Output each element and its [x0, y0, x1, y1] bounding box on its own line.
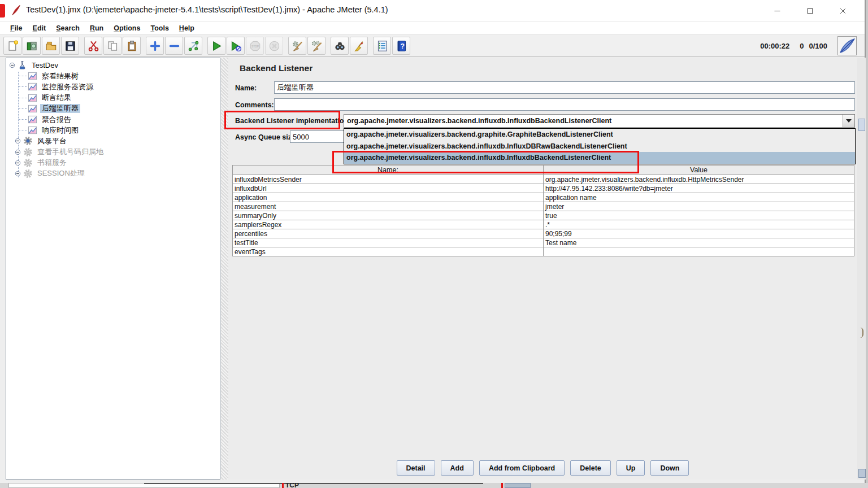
table-row[interactable]: influxdbMetricsSenderorg.apache.jmeter.v…: [233, 175, 854, 184]
table-row[interactable]: applicationapplication name: [233, 193, 854, 202]
background-fragment: [282, 483, 284, 488]
tree-item-响应时间图[interactable]: 响应时间图: [6, 125, 220, 136]
elapsed-time: 00:00:22: [760, 42, 789, 50]
up-button[interactable]: Up: [617, 460, 645, 476]
expand-icon[interactable]: [146, 37, 164, 55]
table-cell[interactable]: Test name: [544, 238, 854, 247]
table-cell[interactable]: percentiles: [233, 229, 544, 238]
async-queue-input[interactable]: [290, 130, 346, 143]
vertical-splitter[interactable]: [221, 58, 228, 480]
tree-collapse-handle-icon[interactable]: [15, 160, 21, 166]
table-cell[interactable]: true: [544, 211, 854, 220]
add-button[interactable]: Add: [441, 460, 474, 476]
tree-item-风暴平台[interactable]: 风暴平台: [6, 136, 220, 146]
add-from-clipboard-button[interactable]: Add from Clipboard: [479, 460, 565, 476]
tree-item-TestDev[interactable]: TestDev: [6, 60, 220, 71]
save-icon[interactable]: [61, 37, 79, 55]
tree-item-SESSION处理[interactable]: SESSION处理: [6, 168, 220, 179]
tree-collapse-handle-icon[interactable]: [9, 62, 15, 68]
tree-item-label: TestDev: [30, 61, 60, 70]
tree-item-label: 断言结果: [40, 93, 73, 102]
collapse-icon[interactable]: [165, 37, 183, 55]
table-cell[interactable]: .*: [544, 220, 854, 229]
table-cell[interactable]: eventTags: [233, 247, 544, 256]
tree-item-监控服务器资源[interactable]: 监控服务器资源: [6, 81, 220, 92]
start-no-timers-icon[interactable]: [227, 37, 245, 55]
implementation-combobox[interactable]: org.apache.jmeter.visualizers.backend.in…: [344, 114, 855, 128]
menu-run[interactable]: Run: [85, 23, 108, 34]
maximize-button[interactable]: [793, 0, 826, 21]
tree-collapse-handle-icon[interactable]: [15, 149, 21, 155]
table-cell[interactable]: testTitle: [233, 238, 544, 247]
test-plan-icon: [18, 60, 27, 70]
table-cell[interactable]: application: [233, 193, 544, 202]
table-cell[interactable]: influxdbUrl: [233, 184, 544, 193]
tree-item-查看手机号码归属地[interactable]: 查看手机号码归属地: [6, 147, 220, 158]
table-cell[interactable]: [544, 247, 854, 256]
cut-icon[interactable]: [84, 37, 102, 55]
close-button[interactable]: [826, 0, 859, 21]
down-button[interactable]: Down: [650, 460, 689, 476]
jmeter-logo-icon[interactable]: [837, 36, 857, 55]
menu-options[interactable]: Options: [109, 23, 145, 34]
tree-item-后端监听器[interactable]: 后端监听器: [6, 103, 220, 114]
listener-chart-icon: [28, 104, 37, 114]
table-cell[interactable]: application name: [544, 193, 854, 202]
minimize-button[interactable]: [761, 0, 793, 21]
tree-item-察看结果树[interactable]: 察看结果树: [6, 71, 220, 81]
toggle-icon[interactable]: [184, 37, 202, 55]
tree-item-聚合报告[interactable]: 聚合报告: [6, 114, 220, 125]
comments-input[interactable]: [274, 98, 855, 111]
paste-icon[interactable]: [123, 37, 141, 55]
help-icon[interactable]: ?: [392, 37, 410, 55]
table-cell[interactable]: http://47.95.142.233:8086/write?db=jmete…: [544, 184, 854, 193]
table-row[interactable]: testTitleTest name: [233, 238, 854, 247]
search-reset-icon[interactable]: [350, 37, 368, 55]
table-row[interactable]: eventTags: [233, 247, 854, 256]
table-cell[interactable]: measurement: [233, 202, 544, 211]
name-input[interactable]: [274, 81, 855, 94]
table-row[interactable]: influxdbUrlhttp://47.95.142.233:8086/wri…: [233, 184, 854, 193]
clear-icon[interactable]: [288, 37, 306, 55]
table-cell[interactable]: org.apache.jmeter.visualizers.backend.in…: [544, 175, 854, 184]
menu-tools[interactable]: Tools: [146, 23, 173, 34]
background-window-bottom-strip: TCP: [0, 483, 868, 488]
table-cell[interactable]: samplersRegex: [233, 220, 544, 229]
menu-search[interactable]: Search: [51, 23, 84, 34]
function-helper-icon[interactable]: [373, 37, 391, 55]
open-icon[interactable]: [42, 37, 60, 55]
table-row[interactable]: samplersRegex.*: [233, 220, 854, 229]
table-cell[interactable]: summaryOnly: [233, 211, 544, 220]
new-icon[interactable]: [3, 37, 21, 55]
table-row[interactable]: measurementjmeter: [233, 202, 854, 211]
table-cell[interactable]: influxdbMetricsSender: [233, 175, 544, 184]
table-row[interactable]: summaryOnlytrue: [233, 211, 854, 220]
delete-button[interactable]: Delete: [570, 460, 611, 476]
copy-icon[interactable]: [103, 37, 121, 55]
menu-file[interactable]: File: [6, 23, 27, 34]
tree-item-书籍服务[interactable]: 书籍服务: [6, 158, 220, 168]
tree-collapse-handle-icon[interactable]: [15, 138, 21, 144]
templates-icon[interactable]: [23, 37, 41, 55]
table-cell[interactable]: jmeter: [544, 202, 854, 211]
chevron-down-icon[interactable]: [843, 115, 854, 127]
detail-button[interactable]: Detail: [397, 460, 435, 476]
start-icon[interactable]: [207, 37, 225, 55]
tree-item-label: 风暴平台: [36, 137, 68, 146]
clear-all-icon[interactable]: [307, 37, 326, 55]
dropdown-option[interactable]: org.apache.jmeter.visualizers.backend.in…: [344, 141, 855, 152]
dropdown-option[interactable]: org.apache.jmeter.visualizers.backend.in…: [344, 152, 855, 164]
menu-edit[interactable]: Edit: [28, 23, 51, 34]
jmeter-window: TestDev(1).jmx (D:\jemeter\apache-jmeter…: [0, 0, 866, 483]
page-title: Backend Listener: [240, 63, 313, 73]
table-row[interactable]: percentiles90;95;99: [233, 229, 854, 238]
tree-item-断言结果[interactable]: 断言结果: [6, 93, 220, 103]
table-action-buttons: DetailAddAdd from ClipboardDeleteUpDown: [228, 460, 857, 476]
menu-help[interactable]: Help: [175, 23, 199, 34]
tree-collapse-handle-icon[interactable]: [15, 171, 21, 177]
title-bar: TestDev(1).jmx (D:\jemeter\apache-jmeter…: [0, 0, 865, 21]
table-cell[interactable]: 90;95;99: [544, 229, 854, 238]
stop-icon: STOP: [246, 37, 264, 55]
search-icon[interactable]: [331, 37, 349, 55]
dropdown-option[interactable]: org.apache.jmeter.visualizers.backend.gr…: [344, 129, 855, 141]
